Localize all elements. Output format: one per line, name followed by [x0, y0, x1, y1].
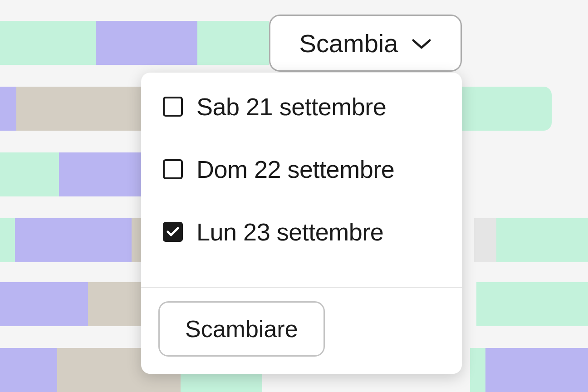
calendar-cell: [470, 348, 485, 392]
calendar-cell: [496, 218, 588, 262]
calendar-cell: [0, 21, 96, 65]
calendar-cell: [485, 348, 588, 392]
date-option-2[interactable]: Lun 23 settembre: [163, 201, 444, 263]
date-option-label: Sab 21 settembre: [196, 93, 386, 121]
calendar-cell: [15, 218, 132, 262]
date-option-label: Dom 22 settembre: [196, 155, 394, 183]
calendar-cell: [0, 87, 16, 131]
calendar-cell: [0, 218, 15, 262]
checkbox[interactable]: [163, 97, 183, 117]
date-option-0[interactable]: Sab 21 settembre: [163, 93, 444, 138]
swap-submit-button[interactable]: Scambiare: [158, 301, 325, 357]
chevron-down-icon: [412, 38, 431, 52]
calendar-cell: [476, 282, 588, 326]
swap-trigger-label: Scambia: [299, 29, 398, 58]
calendar-cell: [0, 348, 57, 392]
swap-dropdown-panel: Sab 21 settembreDom 22 settembreLun 23 s…: [141, 73, 462, 374]
swap-submit-label: Scambiare: [185, 316, 298, 342]
calendar-cell: [88, 282, 145, 326]
calendar-cell: [0, 282, 88, 326]
date-option-label: Lun 23 settembre: [196, 218, 383, 246]
calendar-cell: [197, 21, 269, 65]
date-option-1[interactable]: Dom 22 settembre: [163, 138, 444, 201]
calendar-cell: [0, 152, 59, 196]
calendar-cell: [474, 218, 496, 262]
calendar-cell: [96, 21, 197, 65]
checkbox[interactable]: [163, 159, 183, 179]
swap-dropdown-trigger[interactable]: Scambia: [269, 15, 462, 72]
checkbox[interactable]: [163, 222, 183, 242]
